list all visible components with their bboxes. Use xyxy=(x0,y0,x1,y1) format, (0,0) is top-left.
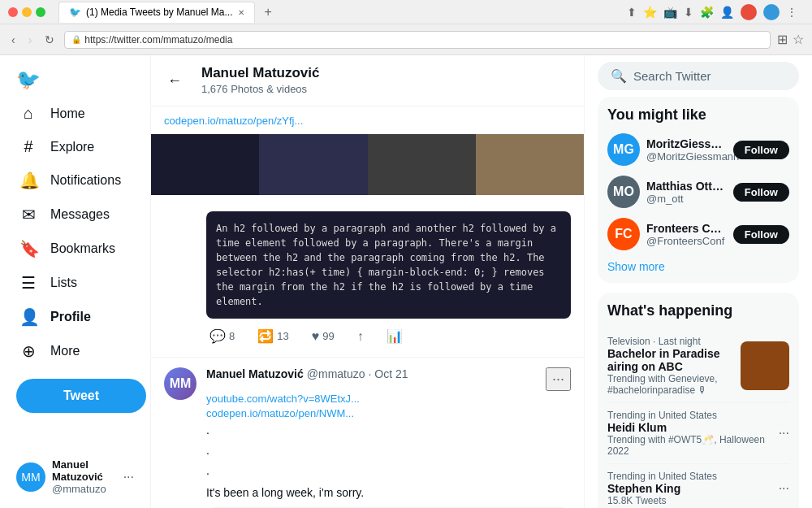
reply-button-1[interactable]: 💬 8 xyxy=(206,325,238,347)
sidebar-item-home[interactable]: ⌂ Home xyxy=(10,98,140,129)
codepen-link2[interactable]: codepen.io/matuzo/pen/NWM... xyxy=(206,407,354,419)
trend-dots-2[interactable]: ··· xyxy=(779,426,789,441)
avatar2[interactable] xyxy=(763,4,780,20)
trend-dots-3[interactable]: ··· xyxy=(779,481,789,496)
retweet-button-1[interactable]: 🔁 13 xyxy=(254,325,292,347)
trend-title-2[interactable]: Heidi Klum xyxy=(607,421,779,434)
analytics-icon: 📊 xyxy=(387,328,403,344)
search-input-wrap: 🔍 xyxy=(598,62,799,90)
dot-lines: ... xyxy=(206,420,571,482)
suggest-info-3: Fronteers Conference @FronteersConf xyxy=(646,222,727,247)
new-tab-button[interactable]: + xyxy=(265,5,272,20)
tweet-paragraph: An h2 followed by a paragraph and anothe… xyxy=(216,223,556,307)
maximize-button[interactable] xyxy=(36,7,45,17)
reload-button[interactable]: ↻ xyxy=(41,32,58,48)
tweet-text-content: An h2 followed by a paragraph and anothe… xyxy=(206,211,571,319)
back-nav-button[interactable]: ‹ xyxy=(8,32,19,48)
twitter-logo[interactable]: 🐦 xyxy=(16,68,140,91)
profiles-icon[interactable]: 👤 xyxy=(720,6,734,19)
url-bar[interactable]: 🔒 https://twitter.com/mmatuzo/media xyxy=(64,31,771,49)
analytics-button-1[interactable]: 📊 xyxy=(383,325,406,347)
follow-button-3[interactable]: Follow xyxy=(733,225,789,244)
avatar1[interactable] xyxy=(741,4,757,20)
trend-subtitle-1: Trending with Genevieve, #bachelorinpara… xyxy=(607,373,741,396)
sidebar-item-messages[interactable]: ✉ Messages xyxy=(10,198,140,231)
trend-subtitle-2: Trending with #OWT5🥂, Halloween 2022 xyxy=(607,434,779,457)
close-button[interactable] xyxy=(8,7,18,17)
sidebar-label-profile: Profile xyxy=(50,310,91,324)
show-more-link[interactable]: Show more xyxy=(607,260,789,273)
suggest-info-1: MoritzGiessmann@M... @MoritzGiessmann xyxy=(646,137,727,163)
bookmark-toolbar-icon[interactable]: ⭐ xyxy=(643,6,657,19)
sidebar-item-bookmarks[interactable]: 🔖 Bookmarks xyxy=(10,232,140,265)
search-input[interactable] xyxy=(633,69,788,83)
bookmarks-icon: 🔖 xyxy=(19,239,37,258)
left-sidebar: 🐦 ⌂ Home # Explore 🔔 Notifications ✉ Mes… xyxy=(0,55,150,508)
profile-name: Manuel Matuzović xyxy=(201,65,319,81)
media-strip xyxy=(151,134,584,195)
sidebar-item-profile[interactable]: 👤 Profile xyxy=(10,301,140,333)
tweet-more-button-2[interactable]: ··· xyxy=(546,367,571,391)
retweet-count-1: 13 xyxy=(277,330,288,342)
tweet-body-2: Manuel Matuzović @mmatuzo · Oct 21 ··· y… xyxy=(206,367,571,508)
codepen-link[interactable]: codepen.io/matuzo/pen/zYfj... xyxy=(164,115,303,127)
star-icon[interactable]: ☆ xyxy=(793,32,804,47)
sidebar-label-lists: Lists xyxy=(50,276,77,290)
url-text: https://twitter.com/mmatuzo/media xyxy=(84,34,232,46)
forward-nav-button[interactable]: › xyxy=(25,32,36,48)
cast-icon[interactable]: 📺 xyxy=(663,6,677,19)
download-icon[interactable]: ⬇ xyxy=(684,6,693,19)
trend-image-1 xyxy=(741,341,789,390)
share-icon[interactable]: ⬆ xyxy=(627,6,637,19)
media-thumb-3[interactable] xyxy=(368,134,476,195)
codepen-link-area: codepen.io/matuzo/pen/zYfj... xyxy=(151,106,584,134)
browser-tab[interactable]: 🐦 (1) Media Tweets by Manuel Ma... ✕ xyxy=(58,2,255,23)
twitter-app: 🐦 ⌂ Home # Explore 🔔 Notifications ✉ Mes… xyxy=(0,55,812,508)
back-button[interactable]: ← xyxy=(164,69,185,93)
media-thumb-4[interactable] xyxy=(476,134,584,195)
minimize-button[interactable] xyxy=(22,7,32,17)
like-button-1[interactable]: ♥ 99 xyxy=(309,325,338,347)
trend-content-3: Trending in United States Stephen King 1… xyxy=(607,471,717,506)
sidebar-item-more[interactable]: ⊕ More xyxy=(10,335,140,367)
trend-content-2: Trending in United States Heidi Klum Tre… xyxy=(607,410,779,457)
share-button-1[interactable]: ↑ xyxy=(354,325,367,347)
suggest-name-3: Fronteers Conference xyxy=(646,222,727,235)
profile-header-info: Manuel Matuzović 1,676 Photos & videos xyxy=(201,65,319,96)
user-display-name: Manuel Matuzović xyxy=(52,458,117,483)
follow-button-1[interactable]: Follow xyxy=(733,141,789,159)
sidebar-bottom: MM Manuel Matuzović @mmatuzo ··· xyxy=(10,452,140,501)
user-info: Manuel Matuzović @mmatuzo xyxy=(52,458,117,495)
suggest-avatar-3: FC xyxy=(607,218,640,250)
sidebar-label-messages: Messages xyxy=(50,207,110,222)
user-card[interactable]: MM Manuel Matuzović @mmatuzo ··· xyxy=(10,452,140,501)
trend-title-3[interactable]: Stephen King xyxy=(607,482,717,495)
trend-title-1[interactable]: Bachelor in Paradise airing on ABC xyxy=(607,347,741,373)
user-avatar: MM xyxy=(16,462,45,492)
right-sidebar: 🔍 You might like MG MoritzGiessmann@M...… xyxy=(585,55,812,508)
sidebar-item-lists[interactable]: ☰ Lists xyxy=(10,267,140,299)
trend-item-1: Television · Last night Bachelor in Para… xyxy=(607,329,789,403)
search-box: 🔍 xyxy=(598,55,799,97)
trend-category-2: Trending in United States xyxy=(607,410,779,421)
suggest-handle-1: @MoritzGiessmann xyxy=(646,150,727,163)
youtube-link[interactable]: youtube.com/watch?v=8WEtxJ... xyxy=(206,393,360,405)
sidebar-item-explore[interactable]: # Explore xyxy=(10,131,140,163)
tab-close-icon[interactable]: ✕ xyxy=(238,8,244,17)
follow-button-2[interactable]: Follow xyxy=(733,183,789,202)
explore-icon: # xyxy=(19,137,37,156)
sidebar-label-notifications: Notifications xyxy=(50,173,121,188)
messages-icon: ✉ xyxy=(19,205,37,224)
author-handle-2: @mmatuzo xyxy=(307,367,365,380)
sidebar-item-notifications[interactable]: 🔔 Notifications xyxy=(10,164,140,197)
apps-icon[interactable]: ⋮ xyxy=(786,6,797,19)
sidebar-toggle-icon[interactable]: ⊞ xyxy=(777,32,788,47)
media-thumb-2[interactable] xyxy=(259,134,367,195)
tweet-button[interactable]: Tweet xyxy=(16,379,146,413)
trend-header-3: Trending in United States Stephen King 1… xyxy=(607,471,789,506)
tab-title: (1) Media Tweets by Manuel Ma... xyxy=(86,7,233,18)
window-controls xyxy=(8,7,45,17)
sidebar-label-explore: Explore xyxy=(50,140,94,154)
media-thumb-1[interactable] xyxy=(151,134,259,195)
extensions-icon[interactable]: 🧩 xyxy=(700,6,714,19)
